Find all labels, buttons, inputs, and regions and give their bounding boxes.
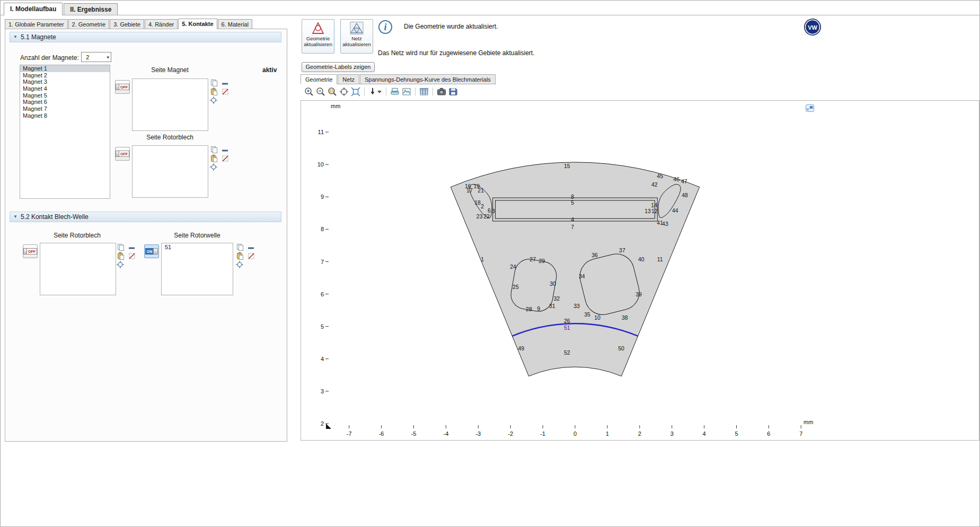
paste-selection-icon[interactable]	[210, 87, 218, 96]
svg-text:1: 1	[606, 431, 609, 437]
magnet-list-item[interactable]: Magnet 8	[20, 112, 110, 119]
export-image-icon[interactable]	[401, 86, 412, 97]
svg-text:6: 6	[767, 431, 770, 437]
remove-selection-icon[interactable]	[247, 244, 255, 252]
tab-5-kontakte[interactable]: 5. Kontakte	[178, 19, 217, 29]
seite-magnet-toggle[interactable]: OFF	[115, 80, 130, 94]
tab-netz[interactable]: Netz	[338, 74, 359, 84]
tab-ergebnisse[interactable]: II. Ergebnisse	[64, 3, 118, 15]
export-plot-icon[interactable]	[390, 86, 400, 97]
geometry-icon	[311, 21, 325, 35]
reset-view-icon[interactable]	[339, 86, 349, 97]
update-mesh-button[interactable]: Netz aktualisieren	[340, 19, 373, 54]
seite-magnet-title: Seite Magnet	[132, 66, 208, 74]
paste-selection-icon[interactable]	[117, 252, 125, 260]
tab-spannungs-dehnungs-kurve[interactable]: Spannungs-Dehnungs-Kurve des Blechmateri…	[360, 74, 496, 84]
main-tabbar: I. Modellaufbau II. Ergebnisse	[4, 3, 119, 15]
copy-selection-icon[interactable]	[210, 145, 218, 154]
remove-selection-icon[interactable]	[221, 80, 229, 88]
clear-selection-icon[interactable]	[247, 252, 255, 260]
svg-text:-2: -2	[508, 431, 513, 437]
svg-text:9: 9	[537, 305, 540, 312]
remove-selection-icon[interactable]	[128, 244, 136, 252]
zoom-to-selection-icon[interactable]	[209, 96, 218, 104]
tab-6-material[interactable]: 6. Material	[218, 19, 252, 29]
tab-2-geometrie[interactable]: 2. Geometrie	[68, 19, 110, 29]
show-geometry-labels-button[interactable]: Geometrie-Labels zeigen	[302, 62, 375, 72]
magnet-list-item[interactable]: Magnet 4	[20, 85, 110, 92]
paste-selection-icon[interactable]	[236, 252, 244, 260]
svg-text:46: 46	[673, 176, 679, 182]
zoom-to-selection-icon[interactable]	[235, 260, 244, 269]
clear-selection-icon[interactable]	[221, 87, 229, 96]
remove-selection-icon[interactable]	[221, 146, 229, 155]
anzahl-magnete-label: Anzahl der Magnete:	[20, 54, 79, 62]
svg-text:6: 6	[321, 291, 324, 297]
graphics-canvas[interactable]: -7-6-5-4-3-2-101234567234567891011154546…	[301, 100, 979, 441]
svg-text:37: 37	[619, 247, 625, 253]
tab-3-gebiete[interactable]: 3. Gebiete	[110, 19, 144, 29]
tab-4-raender[interactable]: 4. Ränder	[145, 19, 178, 29]
magnet-list-item[interactable]: Magnet 5	[20, 92, 110, 99]
svg-text:-3: -3	[475, 431, 481, 437]
camera-icon[interactable]	[436, 86, 447, 97]
magnet-list-item[interactable]: Magnet 2	[20, 72, 110, 79]
chevron-down-icon: ▾	[107, 55, 109, 60]
copy-selection-icon[interactable]	[236, 243, 244, 251]
tab-modellaufbau[interactable]: I. Modellaufbau	[4, 3, 63, 15]
copy-selection-icon[interactable]	[117, 243, 125, 251]
seite-magnet-selection-list[interactable]	[132, 78, 208, 131]
tab-geometrie[interactable]: Geometrie	[301, 74, 337, 84]
grid-icon[interactable]	[419, 86, 429, 97]
orientation-dropdown-icon[interactable]	[368, 86, 383, 97]
clear-selection-icon[interactable]	[128, 252, 136, 260]
seite-rotorblech-selection-list[interactable]	[132, 145, 208, 198]
button-label: Geometrie aktualisieren	[303, 36, 333, 48]
button-label: Netz aktualisieren	[341, 36, 372, 48]
detach-plot-icon[interactable]	[806, 104, 814, 112]
magnet-list-item[interactable]: Magnet 7	[20, 106, 110, 112]
magnet-list-item[interactable]: Magnet 1	[20, 65, 110, 72]
update-geometry-button[interactable]: Geometrie aktualisieren	[302, 19, 334, 54]
svg-text:3: 3	[670, 431, 674, 437]
svg-text:2: 2	[638, 431, 641, 437]
svg-text:43: 43	[662, 221, 668, 227]
kontakt-rotorblech-title: Seite Rotorblech	[39, 232, 115, 239]
save-icon[interactable]	[448, 86, 458, 97]
copy-selection-icon[interactable]	[210, 78, 218, 87]
kontakt-rotorblech-selection-list[interactable]	[40, 243, 116, 295]
clear-selection-icon[interactable]	[221, 154, 229, 163]
info-icon: i	[378, 20, 392, 34]
zoom-extents-icon[interactable]	[350, 86, 361, 97]
selection-item[interactable]: 51	[162, 243, 233, 251]
zoom-box-icon[interactable]	[327, 86, 338, 97]
seite-rotorblech-toggle[interactable]: OFF	[115, 147, 130, 161]
mesh-icon	[349, 21, 364, 35]
anzahl-magnete-select[interactable]: 2 ▾	[81, 52, 111, 62]
svg-text:11: 11	[657, 256, 663, 262]
svg-text:17: 17	[466, 187, 473, 194]
section-header-magnete[interactable]: ▼ 5.1 Magnete	[10, 32, 281, 42]
kontakt-rotorwelle-toggle[interactable]: ON	[144, 244, 159, 258]
left-panel-tabbar: 1. Globale Parameter 2. Geometrie 3. Geb…	[5, 19, 253, 29]
zoom-out-icon[interactable]	[315, 86, 326, 97]
svg-text:12: 12	[651, 208, 658, 214]
svg-text:48: 48	[682, 192, 688, 198]
svg-text:11: 11	[318, 129, 324, 135]
status-message-mesh: Das Netz wird nur für zugewiesene Gebiet…	[378, 49, 534, 57]
kontakt-rotorblech-toggle[interactable]: OFF	[23, 244, 38, 258]
svg-text:52: 52	[564, 349, 570, 356]
zoom-to-selection-icon[interactable]	[116, 260, 125, 269]
tab-1-globale-parameter[interactable]: 1. Globale Parameter	[5, 19, 68, 29]
svg-text:4: 4	[321, 356, 324, 362]
zoom-to-selection-icon[interactable]	[209, 163, 218, 171]
paste-selection-icon[interactable]	[210, 154, 218, 163]
kontakt-rotorwelle-selection-list[interactable]: 51	[161, 243, 233, 295]
magnet-list-item[interactable]: Magnet 6	[20, 99, 110, 106]
zoom-in-icon[interactable]	[304, 86, 314, 97]
magnet-list[interactable]: Magnet 1 Magnet 2 Magnet 3 Magnet 4 Magn…	[20, 65, 110, 199]
svg-text:50: 50	[618, 345, 624, 352]
section-header-kontakt[interactable]: ▼ 5.2 Kontakt Blech-Welle	[10, 212, 281, 222]
magnet-list-item[interactable]: Magnet 3	[20, 78, 110, 85]
select-value: 2	[86, 54, 89, 60]
